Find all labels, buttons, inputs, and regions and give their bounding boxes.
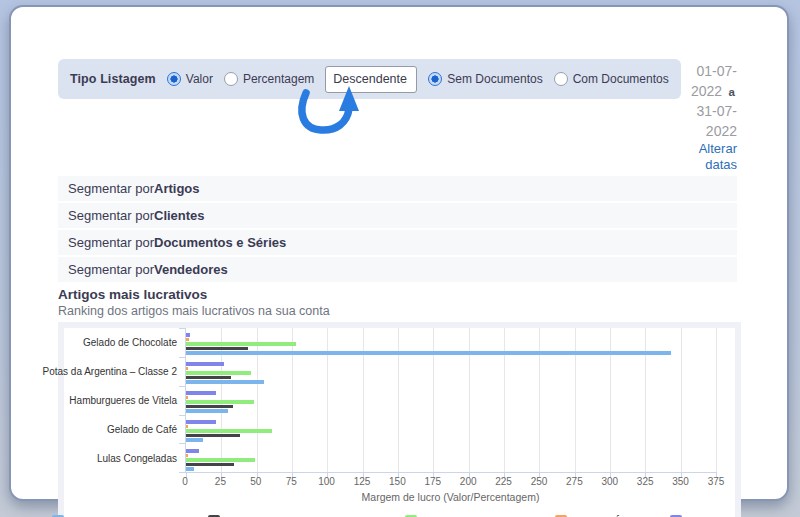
section-title: Artigos mais lucrativos	[58, 287, 743, 302]
bar-margem-de-lucro-percentagem-[interactable]	[186, 376, 231, 380]
bar-margem-de-lucro-percentagem-[interactable]	[186, 463, 234, 467]
bar-qtd-vendas[interactable]	[186, 362, 224, 366]
x-axis-tick-label: 325	[637, 476, 654, 487]
date-range-text: 01-07-2022 a 31-07-2022	[681, 61, 737, 141]
bar-qtd-vendas[interactable]	[186, 449, 199, 453]
x-axis-tick-label: 50	[250, 476, 261, 487]
category-label: Potas da Argentina – Classe 2	[64, 357, 185, 386]
date-end: 31-07-2022	[697, 103, 737, 139]
bar-margem-de-lucro-valor-[interactable]	[186, 467, 194, 471]
accordion-prefix: Segmentar por	[68, 181, 154, 196]
bar-margem-de-lucro-percentagem-[interactable]	[186, 434, 240, 438]
toolbar: Tipo Listagem Valor Percentagem Descende…	[58, 59, 681, 99]
bar-markup-percentagem-[interactable]	[186, 400, 254, 404]
y-axis-tickmark	[179, 328, 186, 329]
bar-markup-percentagem-[interactable]	[186, 342, 296, 346]
y-axis-tickmark	[179, 443, 186, 444]
bar-markup-percentagem-[interactable]	[186, 371, 251, 375]
radio-sem-documentos-label: Sem Documentos	[447, 72, 542, 86]
filter-bar: Tipo Listagem Valor Percentagem Descende…	[58, 59, 737, 174]
radio-sem-documentos-icon[interactable]	[428, 72, 442, 86]
x-axis-tick-label: 350	[672, 476, 689, 487]
bar-margem-de-lucro-valor-[interactable]	[186, 438, 203, 442]
radio-com-documentos[interactable]: Com Documentos	[554, 72, 669, 86]
date-separator: a	[727, 86, 737, 98]
x-axis-tick-label: 250	[531, 476, 548, 487]
y-axis-tickmark	[179, 357, 186, 358]
x-axis-tick-label: 25	[215, 476, 226, 487]
category-label: Hamburgueres de Vitela	[64, 386, 185, 415]
bar-qtd-vendas[interactable]	[186, 420, 216, 424]
segment-accordion: Segmentar por Artigos Segmentar por Clie…	[58, 176, 743, 282]
radio-com-documentos-label: Com Documentos	[573, 72, 669, 86]
y-axis-tickmark	[179, 415, 186, 416]
accordion-prefix: Segmentar por	[68, 262, 154, 277]
accordion-segmentar-vendedores[interactable]: Segmentar por Vendedores	[58, 257, 737, 282]
radio-com-documentos-icon[interactable]	[554, 72, 568, 86]
category-label: Lulas Congeladas	[64, 444, 185, 473]
accordion-label: Documentos e Séries	[154, 235, 286, 250]
x-axis-tick-label: 100	[318, 476, 335, 487]
accordion-label: Vendedores	[154, 262, 228, 277]
sort-order-value: Descendente	[333, 72, 407, 86]
radio-percentagem-icon[interactable]	[224, 72, 238, 86]
category-label: Gelado de Café	[64, 415, 185, 444]
bar-markup-ndice-[interactable]	[186, 367, 188, 371]
main-card: Tipo Listagem Valor Percentagem Descende…	[9, 5, 789, 501]
radio-valor[interactable]: Valor	[167, 72, 213, 86]
bar-markup-ndice-[interactable]	[186, 454, 188, 458]
x-axis-tick-label: 275	[566, 476, 583, 487]
category-label: Gelado de Chocolate	[64, 328, 185, 357]
sort-order-select[interactable]: Descendente	[325, 66, 417, 93]
x-axis-tick-label: 375	[708, 476, 725, 487]
radio-valor-icon[interactable]	[167, 72, 181, 86]
chart-xticks: 0255075100125150175200225250275300325350…	[185, 473, 716, 487]
bar-margem-de-lucro-percentagem-[interactable]	[186, 405, 233, 409]
bar-margem-de-lucro-valor-[interactable]	[186, 409, 228, 413]
x-axis-tick-label: 225	[495, 476, 512, 487]
bar-qtd-vendas[interactable]	[186, 391, 216, 395]
bar-markup-ndice-[interactable]	[186, 338, 189, 342]
chart: Gelado de ChocolatePotas da Argentina – …	[64, 328, 735, 517]
bar-margem-de-lucro-valor-[interactable]	[186, 351, 671, 355]
accordion-prefix: Segmentar por	[68, 208, 154, 223]
chart-xaxis-title: Margem de lucro (Valor/Percentagem)	[185, 491, 716, 503]
radio-percentagem[interactable]: Percentagem	[224, 72, 314, 86]
radio-sem-documentos[interactable]: Sem Documentos	[428, 72, 542, 86]
x-axis-tick-label: 75	[286, 476, 297, 487]
chart-container: Gelado de ChocolatePotas da Argentina – …	[58, 322, 741, 517]
x-axis-tick-label: 125	[354, 476, 371, 487]
x-axis-tick-label: 0	[182, 476, 188, 487]
category-bar-group	[186, 386, 716, 415]
category-bar-group	[186, 328, 716, 357]
bar-markup-ndice-[interactable]	[186, 396, 188, 400]
radio-percentagem-label: Percentagem	[243, 72, 314, 86]
accordion-segmentar-artigos[interactable]: Segmentar por Artigos	[58, 176, 737, 201]
bar-margem-de-lucro-percentagem-[interactable]	[186, 347, 248, 351]
alterar-datas-link[interactable]: Alterar datas	[681, 141, 737, 174]
accordion-prefix: Segmentar por	[68, 235, 154, 250]
chart-plot-area: Gelado de ChocolatePotas da Argentina – …	[64, 328, 735, 473]
bar-qtd-vendas[interactable]	[186, 333, 190, 337]
accordion-segmentar-documentos-series[interactable]: Segmentar por Documentos e Séries	[58, 230, 737, 255]
accordion-label: Clientes	[154, 208, 205, 223]
radio-valor-label: Valor	[186, 72, 213, 86]
accordion-label: Artigos	[154, 181, 200, 196]
category-bar-group	[186, 444, 716, 473]
bar-markup-ndice-[interactable]	[186, 425, 188, 429]
x-axis-tick-label: 175	[424, 476, 441, 487]
date-range: 01-07-2022 a 31-07-2022 Alterar datas	[681, 59, 737, 174]
bar-markup-percentagem-[interactable]	[186, 429, 272, 433]
y-axis-tickmark	[179, 386, 186, 387]
x-axis-tick-label: 150	[389, 476, 406, 487]
accordion-segmentar-clientes[interactable]: Segmentar por Clientes	[58, 203, 737, 228]
category-bar-group	[186, 357, 716, 386]
chart-plot	[185, 328, 716, 473]
bar-margem-de-lucro-valor-[interactable]	[186, 380, 264, 384]
x-axis-tick-label: 300	[601, 476, 618, 487]
category-bar-group	[186, 415, 716, 444]
bar-markup-percentagem-[interactable]	[186, 458, 255, 462]
chart-ylabels: Gelado de ChocolatePotas da Argentina – …	[64, 328, 185, 473]
x-axis-tick-label: 200	[460, 476, 477, 487]
section-subtitle: Ranking dos artigos mais lucrativos na s…	[58, 304, 743, 318]
